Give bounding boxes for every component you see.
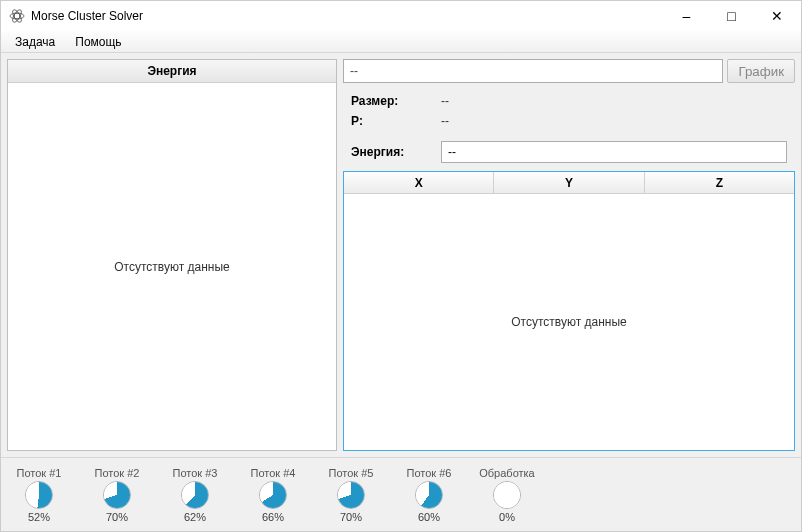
thread-pie-icon (259, 481, 287, 509)
thread-2: Поток #362% (165, 467, 225, 523)
p-label: P: (351, 114, 441, 128)
col-y[interactable]: Y (494, 172, 644, 193)
energy-panel-empty: Отсутствуют данные (8, 83, 336, 450)
energy-input[interactable] (441, 141, 787, 163)
size-value: -- (441, 94, 449, 108)
name-input[interactable] (343, 59, 723, 83)
thread-0: Поток #152% (9, 467, 69, 523)
thread-percent: 70% (340, 511, 362, 523)
thread-label: Поток #5 (329, 467, 374, 479)
menu-help[interactable]: Помощь (65, 31, 131, 52)
energy-panel-header: Энергия (8, 60, 336, 83)
thread-label: Поток #2 (95, 467, 140, 479)
window-title: Morse Cluster Solver (31, 9, 664, 23)
threads-footer: Поток #152%Поток #270%Поток #362%Поток #… (1, 457, 801, 531)
table-header: X Y Z (344, 172, 794, 194)
p-row: P: -- (351, 111, 787, 131)
thread-percent: 0% (499, 511, 515, 523)
minimize-button[interactable]: – (664, 1, 709, 31)
thread-pie-icon (25, 481, 53, 509)
thread-pie-icon (103, 481, 131, 509)
table-empty: Отсутствуют данные (344, 194, 794, 450)
menu-task[interactable]: Задача (5, 31, 65, 52)
thread-label: Поток #3 (173, 467, 218, 479)
thread-percent: 70% (106, 511, 128, 523)
info-block: Размер: -- P: -- (343, 89, 795, 133)
size-row: Размер: -- (351, 91, 787, 111)
thread-percent: 52% (28, 511, 50, 523)
thread-percent: 62% (184, 511, 206, 523)
thread-1: Поток #270% (87, 467, 147, 523)
col-z[interactable]: Z (645, 172, 794, 193)
thread-label: Поток #4 (251, 467, 296, 479)
menubar: Задача Помощь (1, 31, 801, 53)
details-panel: График Размер: -- P: -- Энергия: X Y Z О… (343, 59, 795, 451)
thread-percent: 60% (418, 511, 440, 523)
maximize-button[interactable]: □ (709, 1, 754, 31)
window-controls: – □ ✕ (664, 1, 799, 31)
svg-point-1 (10, 13, 24, 19)
thread-pie-icon (181, 481, 209, 509)
thread-pie-icon (493, 481, 521, 509)
energy-panel: Энергия Отсутствуют данные (7, 59, 337, 451)
titlebar: Morse Cluster Solver – □ ✕ (1, 1, 801, 31)
energy-input-row: Энергия: (343, 139, 795, 165)
thread-pie-icon (337, 481, 365, 509)
thread-label: Обработка (479, 467, 534, 479)
thread-label: Поток #6 (407, 467, 452, 479)
p-value: -- (441, 114, 449, 128)
input-row: График (343, 59, 795, 83)
content-area: Энергия Отсутствуют данные График Размер… (1, 53, 801, 457)
size-label: Размер: (351, 94, 441, 108)
thread-pie-icon (415, 481, 443, 509)
col-x[interactable]: X (344, 172, 494, 193)
thread-4: Поток #570% (321, 467, 381, 523)
thread-percent: 66% (262, 511, 284, 523)
thread-6: Обработка0% (477, 467, 537, 523)
thread-label: Поток #1 (17, 467, 62, 479)
graph-button[interactable]: График (727, 59, 795, 83)
energy-label: Энергия: (351, 145, 435, 159)
thread-5: Поток #660% (399, 467, 459, 523)
close-button[interactable]: ✕ (754, 1, 799, 31)
thread-3: Поток #466% (243, 467, 303, 523)
coords-table: X Y Z Отсутствуют данные (343, 171, 795, 451)
app-icon (9, 8, 25, 24)
